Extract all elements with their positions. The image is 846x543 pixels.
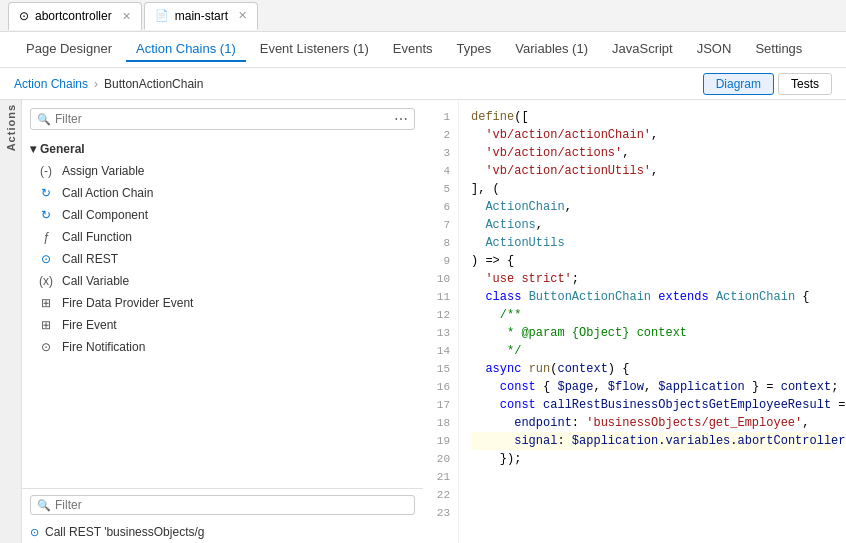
action-call-component[interactable]: ↻ Call Component: [30, 204, 415, 226]
code-line-20: const callRestBusinessObjectsGetEmployee…: [471, 396, 834, 414]
code-line-15: * @param {Object} context: [471, 324, 834, 342]
diagram-button[interactable]: Diagram: [703, 73, 774, 95]
ln-10: 10: [435, 270, 450, 288]
action-fire-notification-label: Fire Notification: [62, 340, 145, 354]
action-fire-data-provider-label: Fire Data Provider Event: [62, 296, 193, 310]
breadcrumb-button-action-chain: ButtonActionChain: [104, 77, 203, 91]
nav-json[interactable]: JSON: [687, 37, 742, 62]
action-call-variable[interactable]: (x) Call Variable: [30, 270, 415, 292]
ln-6: 6: [435, 198, 450, 216]
action-call-rest-label: Call REST: [62, 252, 118, 266]
nav-page-designer[interactable]: Page Designer: [16, 37, 122, 62]
tab-label: abortcontroller: [35, 9, 112, 23]
ln-13: 13: [435, 324, 450, 342]
tab-close-abortcontroller[interactable]: ✕: [122, 10, 131, 23]
nav-javascript[interactable]: JavaScript: [602, 37, 683, 62]
chevron-down-icon: ▾: [30, 142, 36, 156]
search-icon-top: 🔍: [37, 113, 51, 126]
ln-16: 16: [435, 378, 450, 396]
main-layout: Actions 🔍 ⋯ ▾ General (-) Assign Variabl…: [0, 100, 846, 543]
tests-button[interactable]: Tests: [778, 73, 832, 95]
search-icon-bottom: 🔍: [37, 499, 51, 512]
nav-events[interactable]: Events: [383, 37, 443, 62]
call-function-icon: ƒ: [38, 230, 54, 244]
action-call-action-chain-label: Call Action Chain: [62, 186, 153, 200]
code-line-6: ActionChain,: [471, 198, 834, 216]
code-line-18: const { $page, $flow, $application } = c…: [471, 378, 834, 396]
call-action-chain-icon: ↻: [38, 186, 54, 200]
ln-22: 22: [435, 486, 450, 504]
nav-variables[interactable]: Variables (1): [505, 37, 598, 62]
call-rest-icon: ⊙: [38, 252, 54, 266]
code-line-21: endpoint: 'businessObjects/get_Employee'…: [471, 414, 834, 432]
chain-icon: ⊙: [30, 526, 39, 539]
ln-2: 2: [435, 126, 450, 144]
code-line-5: ], (: [471, 180, 834, 198]
call-component-icon: ↻: [38, 208, 54, 222]
ln-1: 1: [435, 108, 450, 126]
fire-data-provider-icon: ⊞: [38, 296, 54, 310]
search-bar-top: 🔍 ⋯: [30, 108, 415, 130]
action-call-component-label: Call Component: [62, 208, 148, 222]
tab-main-start[interactable]: 📄 main-start ✕: [144, 2, 258, 30]
action-call-action-chain[interactable]: ↻ Call Action Chain: [30, 182, 415, 204]
ln-4: 4: [435, 162, 450, 180]
ln-20: 20: [435, 450, 450, 468]
ln-7: 7: [435, 216, 450, 234]
ln-3: 3: [435, 144, 450, 162]
code-line-14: /**: [471, 306, 834, 324]
code-editor[interactable]: 1 2 3 4 5 6 7 8 9 10 11 12 13 14 15 16 1…: [423, 100, 846, 543]
chain-item[interactable]: ⊙ Call REST 'businessObjects/g: [22, 521, 423, 543]
tab-abortcontroller[interactable]: ⊙ abortcontroller ✕: [8, 2, 142, 30]
fire-event-icon: ⊞: [38, 318, 54, 332]
ln-15: 15: [435, 360, 450, 378]
code-line-4: 'vb/action/actionUtils',: [471, 162, 834, 180]
code-content: define([ 'vb/action/actionChain', 'vb/ac…: [459, 100, 846, 543]
line-numbers: 1 2 3 4 5 6 7 8 9 10 11 12 13 14 15 16 1…: [423, 100, 459, 543]
search-input-top[interactable]: [55, 112, 390, 126]
action-assign-variable-label: Assign Variable: [62, 164, 145, 178]
panel-content: 🔍 ⋯ ▾ General (-) Assign Variable ↻ Call…: [22, 100, 423, 543]
action-call-function[interactable]: ƒ Call Function: [30, 226, 415, 248]
tab-icon: ⊙: [19, 9, 29, 23]
ln-17: 17: [435, 396, 450, 414]
ln-14: 14: [435, 342, 450, 360]
ln-8: 8: [435, 234, 450, 252]
code-line-12: class ButtonActionChain extends ActionCh…: [471, 288, 834, 306]
ln-23: 23: [435, 504, 450, 522]
code-line-8: ActionUtils: [471, 234, 834, 252]
bottom-panel: 🔍 ⊙ Call REST 'businessObjects/g: [22, 488, 423, 543]
code-line-9: ) => {: [471, 252, 834, 270]
action-fire-event[interactable]: ⊞ Fire Event: [30, 314, 415, 336]
action-assign-variable[interactable]: (-) Assign Variable: [30, 160, 415, 182]
action-fire-notification[interactable]: ⊙ Fire Notification: [30, 336, 415, 358]
code-line-7: Actions,: [471, 216, 834, 234]
assign-variable-icon: (-): [38, 164, 54, 178]
nav-event-listeners[interactable]: Event Listeners (1): [250, 37, 379, 62]
breadcrumb-action-chains[interactable]: Action Chains: [14, 77, 88, 91]
ln-21: 21: [435, 468, 450, 486]
code-line-1: define([: [471, 108, 834, 126]
code-line-22: signal: $application.variables.abortCont…: [471, 432, 834, 450]
actions-sidebar-label: Actions: [5, 104, 17, 159]
nav-settings[interactable]: Settings: [745, 37, 812, 62]
nav-action-chains[interactable]: Action Chains (1): [126, 37, 246, 62]
action-call-rest[interactable]: ⊙ Call REST: [30, 248, 415, 270]
more-button[interactable]: ⋯: [394, 111, 408, 127]
search-input-bottom[interactable]: [55, 498, 408, 512]
nav-types[interactable]: Types: [447, 37, 502, 62]
code-line-2: 'vb/action/actionChain',: [471, 126, 834, 144]
tab-close-main[interactable]: ✕: [238, 9, 247, 22]
ln-5: 5: [435, 180, 450, 198]
chain-item-label: Call REST 'businessObjects/g: [45, 525, 204, 539]
actions-sidebar: Actions: [0, 100, 22, 543]
code-line-23: });: [471, 450, 834, 468]
section-label: General: [40, 142, 85, 156]
ln-12: 12: [435, 306, 450, 324]
breadcrumb-sep: ›: [94, 77, 98, 91]
breadcrumb: Action Chains › ButtonActionChain Diagra…: [0, 68, 846, 100]
left-panel: Actions 🔍 ⋯ ▾ General (-) Assign Variabl…: [0, 100, 423, 543]
section-general[interactable]: ▾ General: [30, 138, 415, 160]
action-fire-data-provider[interactable]: ⊞ Fire Data Provider Event: [30, 292, 415, 314]
tab-label-main: main-start: [175, 9, 228, 23]
